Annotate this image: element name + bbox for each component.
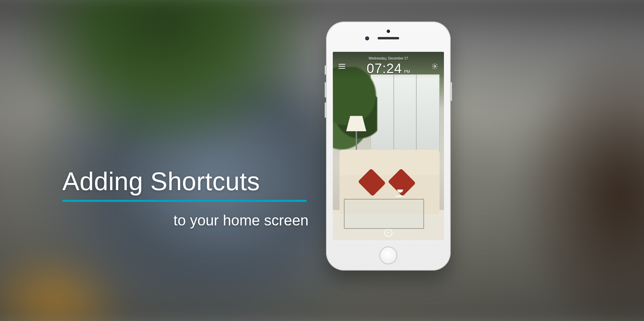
vignette xyxy=(0,0,644,321)
clock-time: 07:24 xyxy=(366,61,402,76)
phone-screen: Wednesday, December 27 07:24 PM xyxy=(333,52,444,240)
chevron-up-icon xyxy=(386,231,390,235)
home-button[interactable] xyxy=(379,246,397,264)
expand-button[interactable] xyxy=(384,229,392,237)
settings-button[interactable] xyxy=(431,63,439,70)
app-topbar: Wednesday, December 27 07:24 PM xyxy=(333,52,444,79)
date-text: Wednesday, December 27 xyxy=(366,57,410,60)
menu-button[interactable] xyxy=(338,63,346,70)
title-rule xyxy=(62,200,307,202)
title-main: Adding Shortcuts xyxy=(62,167,309,196)
coffee-table xyxy=(344,199,424,229)
speaker-grille xyxy=(378,37,399,39)
window xyxy=(371,74,440,153)
power-button xyxy=(451,82,452,101)
volume-down xyxy=(325,102,326,118)
hamburger-icon xyxy=(339,64,345,69)
svg-point-0 xyxy=(434,66,436,67)
title-sub: to your home screen xyxy=(173,212,309,229)
room-wallpaper xyxy=(333,52,444,240)
saucer xyxy=(394,195,404,197)
clock-block: Wednesday, December 27 07:24 PM xyxy=(366,57,410,76)
gear-icon xyxy=(431,63,438,70)
mute-switch xyxy=(325,65,326,75)
title-block: Adding Shortcuts to your home screen xyxy=(62,167,309,229)
phone-mockup: Wednesday, December 27 07:24 PM xyxy=(326,22,451,271)
clock-ampm: PM xyxy=(404,69,410,74)
front-camera xyxy=(365,36,369,40)
proximity-sensor xyxy=(387,30,390,33)
app-bottom xyxy=(333,229,444,237)
volume-up xyxy=(325,82,326,98)
